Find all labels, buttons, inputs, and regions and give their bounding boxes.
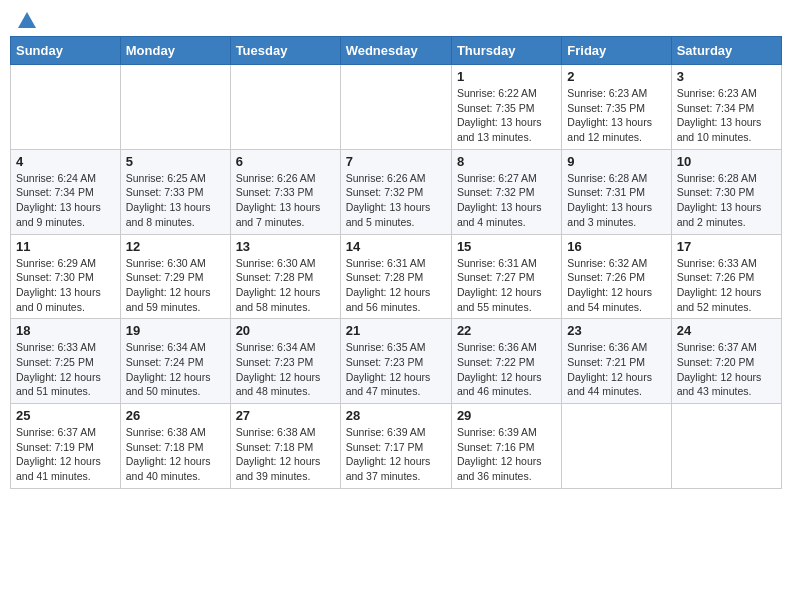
weekday-thursday: Thursday — [451, 37, 561, 65]
day-number: 7 — [346, 154, 446, 169]
calendar-cell — [230, 65, 340, 150]
day-info: Sunrise: 6:22 AMSunset: 7:35 PMDaylight:… — [457, 86, 556, 145]
day-number: 13 — [236, 239, 335, 254]
calendar-table: SundayMondayTuesdayWednesdayThursdayFrid… — [10, 36, 782, 489]
day-info: Sunrise: 6:30 AMSunset: 7:29 PMDaylight:… — [126, 256, 225, 315]
day-info: Sunrise: 6:23 AMSunset: 7:34 PMDaylight:… — [677, 86, 776, 145]
calendar-week-2: 4Sunrise: 6:24 AMSunset: 7:34 PMDaylight… — [11, 149, 782, 234]
day-number: 6 — [236, 154, 335, 169]
day-info: Sunrise: 6:32 AMSunset: 7:26 PMDaylight:… — [567, 256, 665, 315]
calendar-cell: 26Sunrise: 6:38 AMSunset: 7:18 PMDayligh… — [120, 404, 230, 489]
calendar-cell: 27Sunrise: 6:38 AMSunset: 7:18 PMDayligh… — [230, 404, 340, 489]
day-number: 17 — [677, 239, 776, 254]
day-number: 22 — [457, 323, 556, 338]
weekday-header-row: SundayMondayTuesdayWednesdayThursdayFrid… — [11, 37, 782, 65]
day-info: Sunrise: 6:28 AMSunset: 7:31 PMDaylight:… — [567, 171, 665, 230]
calendar-cell: 12Sunrise: 6:30 AMSunset: 7:29 PMDayligh… — [120, 234, 230, 319]
calendar-cell: 9Sunrise: 6:28 AMSunset: 7:31 PMDaylight… — [562, 149, 671, 234]
day-number: 18 — [16, 323, 115, 338]
day-info: Sunrise: 6:30 AMSunset: 7:28 PMDaylight:… — [236, 256, 335, 315]
calendar-week-4: 18Sunrise: 6:33 AMSunset: 7:25 PMDayligh… — [11, 319, 782, 404]
calendar-cell: 23Sunrise: 6:36 AMSunset: 7:21 PMDayligh… — [562, 319, 671, 404]
calendar-cell: 17Sunrise: 6:33 AMSunset: 7:26 PMDayligh… — [671, 234, 781, 319]
day-info: Sunrise: 6:38 AMSunset: 7:18 PMDaylight:… — [126, 425, 225, 484]
day-info: Sunrise: 6:34 AMSunset: 7:23 PMDaylight:… — [236, 340, 335, 399]
day-info: Sunrise: 6:39 AMSunset: 7:17 PMDaylight:… — [346, 425, 446, 484]
day-number: 20 — [236, 323, 335, 338]
calendar-cell: 1Sunrise: 6:22 AMSunset: 7:35 PMDaylight… — [451, 65, 561, 150]
calendar-cell: 22Sunrise: 6:36 AMSunset: 7:22 PMDayligh… — [451, 319, 561, 404]
calendar-cell: 20Sunrise: 6:34 AMSunset: 7:23 PMDayligh… — [230, 319, 340, 404]
calendar-cell: 16Sunrise: 6:32 AMSunset: 7:26 PMDayligh… — [562, 234, 671, 319]
day-number: 25 — [16, 408, 115, 423]
day-info: Sunrise: 6:38 AMSunset: 7:18 PMDaylight:… — [236, 425, 335, 484]
day-number: 4 — [16, 154, 115, 169]
day-info: Sunrise: 6:31 AMSunset: 7:27 PMDaylight:… — [457, 256, 556, 315]
calendar-cell: 6Sunrise: 6:26 AMSunset: 7:33 PMDaylight… — [230, 149, 340, 234]
calendar-cell: 3Sunrise: 6:23 AMSunset: 7:34 PMDaylight… — [671, 65, 781, 150]
calendar-cell: 2Sunrise: 6:23 AMSunset: 7:35 PMDaylight… — [562, 65, 671, 150]
weekday-sunday: Sunday — [11, 37, 121, 65]
calendar-cell: 18Sunrise: 6:33 AMSunset: 7:25 PMDayligh… — [11, 319, 121, 404]
day-info: Sunrise: 6:36 AMSunset: 7:21 PMDaylight:… — [567, 340, 665, 399]
calendar-cell: 21Sunrise: 6:35 AMSunset: 7:23 PMDayligh… — [340, 319, 451, 404]
calendar-cell: 11Sunrise: 6:29 AMSunset: 7:30 PMDayligh… — [11, 234, 121, 319]
weekday-tuesday: Tuesday — [230, 37, 340, 65]
calendar-cell: 10Sunrise: 6:28 AMSunset: 7:30 PMDayligh… — [671, 149, 781, 234]
svg-marker-0 — [18, 12, 36, 28]
weekday-wednesday: Wednesday — [340, 37, 451, 65]
calendar-body: 1Sunrise: 6:22 AMSunset: 7:35 PMDaylight… — [11, 65, 782, 489]
header — [10, 10, 782, 28]
weekday-monday: Monday — [120, 37, 230, 65]
calendar-cell: 4Sunrise: 6:24 AMSunset: 7:34 PMDaylight… — [11, 149, 121, 234]
calendar-cell — [120, 65, 230, 150]
calendar-cell: 29Sunrise: 6:39 AMSunset: 7:16 PMDayligh… — [451, 404, 561, 489]
day-number: 28 — [346, 408, 446, 423]
calendar-cell — [340, 65, 451, 150]
calendar-cell: 13Sunrise: 6:30 AMSunset: 7:28 PMDayligh… — [230, 234, 340, 319]
calendar-cell: 25Sunrise: 6:37 AMSunset: 7:19 PMDayligh… — [11, 404, 121, 489]
day-info: Sunrise: 6:35 AMSunset: 7:23 PMDaylight:… — [346, 340, 446, 399]
day-number: 11 — [16, 239, 115, 254]
day-number: 29 — [457, 408, 556, 423]
day-number: 27 — [236, 408, 335, 423]
calendar-week-1: 1Sunrise: 6:22 AMSunset: 7:35 PMDaylight… — [11, 65, 782, 150]
calendar-cell: 8Sunrise: 6:27 AMSunset: 7:32 PMDaylight… — [451, 149, 561, 234]
day-info: Sunrise: 6:33 AMSunset: 7:25 PMDaylight:… — [16, 340, 115, 399]
day-info: Sunrise: 6:37 AMSunset: 7:19 PMDaylight:… — [16, 425, 115, 484]
calendar-cell: 7Sunrise: 6:26 AMSunset: 7:32 PMDaylight… — [340, 149, 451, 234]
day-number: 5 — [126, 154, 225, 169]
day-info: Sunrise: 6:26 AMSunset: 7:32 PMDaylight:… — [346, 171, 446, 230]
day-info: Sunrise: 6:31 AMSunset: 7:28 PMDaylight:… — [346, 256, 446, 315]
weekday-friday: Friday — [562, 37, 671, 65]
day-info: Sunrise: 6:27 AMSunset: 7:32 PMDaylight:… — [457, 171, 556, 230]
calendar-cell: 19Sunrise: 6:34 AMSunset: 7:24 PMDayligh… — [120, 319, 230, 404]
calendar-cell: 14Sunrise: 6:31 AMSunset: 7:28 PMDayligh… — [340, 234, 451, 319]
day-info: Sunrise: 6:28 AMSunset: 7:30 PMDaylight:… — [677, 171, 776, 230]
day-number: 15 — [457, 239, 556, 254]
day-number: 9 — [567, 154, 665, 169]
day-number: 8 — [457, 154, 556, 169]
day-number: 23 — [567, 323, 665, 338]
day-info: Sunrise: 6:36 AMSunset: 7:22 PMDaylight:… — [457, 340, 556, 399]
day-number: 12 — [126, 239, 225, 254]
calendar-week-5: 25Sunrise: 6:37 AMSunset: 7:19 PMDayligh… — [11, 404, 782, 489]
logo — [14, 10, 38, 28]
day-number: 3 — [677, 69, 776, 84]
day-number: 24 — [677, 323, 776, 338]
day-number: 10 — [677, 154, 776, 169]
day-info: Sunrise: 6:33 AMSunset: 7:26 PMDaylight:… — [677, 256, 776, 315]
day-number: 26 — [126, 408, 225, 423]
day-info: Sunrise: 6:23 AMSunset: 7:35 PMDaylight:… — [567, 86, 665, 145]
day-number: 21 — [346, 323, 446, 338]
calendar-week-3: 11Sunrise: 6:29 AMSunset: 7:30 PMDayligh… — [11, 234, 782, 319]
day-number: 14 — [346, 239, 446, 254]
calendar-cell: 24Sunrise: 6:37 AMSunset: 7:20 PMDayligh… — [671, 319, 781, 404]
day-info: Sunrise: 6:24 AMSunset: 7:34 PMDaylight:… — [16, 171, 115, 230]
weekday-saturday: Saturday — [671, 37, 781, 65]
logo-triangle-icon — [16, 10, 38, 32]
calendar-cell: 15Sunrise: 6:31 AMSunset: 7:27 PMDayligh… — [451, 234, 561, 319]
calendar-cell: 5Sunrise: 6:25 AMSunset: 7:33 PMDaylight… — [120, 149, 230, 234]
day-info: Sunrise: 6:34 AMSunset: 7:24 PMDaylight:… — [126, 340, 225, 399]
day-number: 19 — [126, 323, 225, 338]
